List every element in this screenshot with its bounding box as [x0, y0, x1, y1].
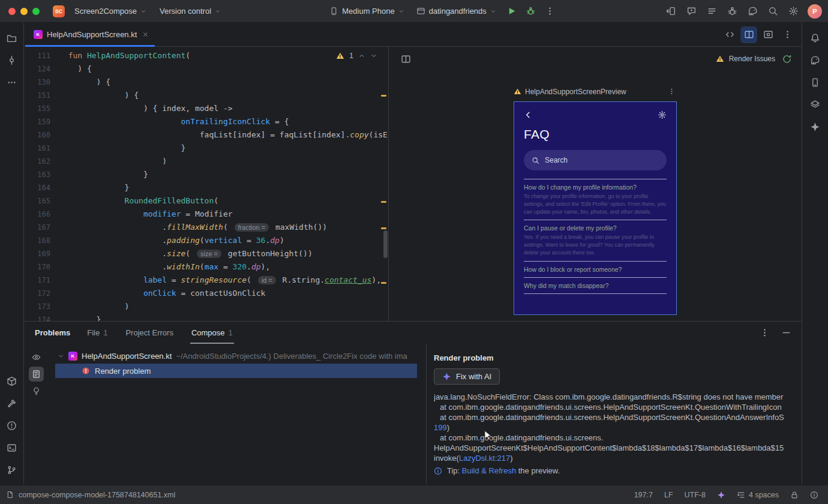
build-icon[interactable]	[4, 395, 20, 412]
notifications-icon[interactable]	[807, 29, 824, 46]
design-view-icon[interactable]	[760, 26, 776, 43]
code-line[interactable]: 166modifier = Modifier	[24, 208, 388, 221]
line-separator[interactable]: LF	[664, 491, 673, 499]
code-line[interactable]: 151) {	[24, 89, 388, 102]
code-line[interactable]: 172onClick = contactUsOnClick	[24, 287, 388, 300]
debug-button[interactable]	[523, 3, 539, 20]
line-number[interactable]: 164	[24, 181, 59, 194]
gradle-sync-icon[interactable]	[744, 3, 761, 20]
code-line[interactable]: 174}	[24, 313, 388, 321]
inspection-status-icon[interactable]	[810, 491, 818, 499]
problems-options-icon[interactable]	[756, 325, 773, 341]
version-control-icon[interactable]	[4, 461, 20, 478]
problems-icon[interactable]	[4, 417, 20, 434]
line-number[interactable]: 163	[24, 168, 59, 181]
code-line[interactable]: 167.fillMaxWidth( fraction = maxWidth())	[24, 221, 388, 234]
problems-tab-file[interactable]: File1	[86, 322, 109, 344]
gradle-icon[interactable]	[807, 52, 824, 68]
preview-layout-icon[interactable]	[397, 50, 414, 67]
next-problem-icon[interactable]	[370, 52, 377, 59]
dependencies-icon[interactable]	[4, 373, 20, 389]
code-line[interactable]: 111fun HelpAndSupportContent(	[24, 49, 388, 62]
line-number[interactable]: 172	[24, 287, 59, 300]
zoom-window-button[interactable]	[32, 8, 40, 15]
layers-icon[interactable]	[807, 96, 824, 113]
render-issues-label[interactable]: Render Issues	[729, 55, 775, 63]
code-line[interactable]: 165RoundedFilledButton(	[24, 194, 388, 208]
code-line[interactable]: 163}	[24, 168, 388, 181]
problems-tab-project-errors[interactable]: Project Errors	[124, 322, 174, 344]
project-icon[interactable]	[4, 29, 20, 46]
code-line[interactable]: 159onTrailingIconClick = {	[24, 115, 388, 128]
profiler-icon[interactable]	[724, 3, 740, 20]
preview-options-ic[interactable]	[667, 86, 677, 97]
run-configuration-selector[interactable]: datingandfriends	[412, 4, 501, 18]
code-line[interactable]: 170.widthIn(max = 320.dp),	[24, 260, 388, 274]
stack-link[interactable]: 199	[434, 423, 447, 432]
stack-link[interactable]: LazyDsl.kt:217	[459, 454, 510, 463]
search-icon[interactable]	[764, 3, 781, 20]
line-number[interactable]: 162	[24, 155, 59, 168]
code-line[interactable]: 161}	[24, 142, 388, 155]
device-mirror-icon[interactable]	[662, 3, 679, 20]
more-run-options-icon[interactable]	[542, 3, 559, 20]
problems-tab-compose[interactable]: Compose1	[190, 322, 234, 344]
code-line[interactable]: 171label = stringResource( id = R.string…	[24, 274, 388, 287]
code-line[interactable]: 168.padding(vertical = 36.dp)	[24, 234, 388, 247]
render-problem-row[interactable]: Render problem	[55, 364, 417, 378]
code-line[interactable]: 169.size( size = getButtonHeight())	[24, 247, 388, 260]
line-number[interactable]: 167	[24, 221, 59, 234]
project-selector[interactable]: Screen2Compose	[70, 4, 151, 18]
build-refresh-link[interactable]: Build & Refresh	[462, 466, 516, 475]
statusbar-file[interactable]: compose-compose-model-1758748140651.xml	[6, 491, 175, 499]
caret-position[interactable]: 197:7	[634, 491, 653, 499]
line-number[interactable]: 171	[24, 274, 59, 287]
close-window-button[interactable]	[8, 8, 16, 15]
line-number[interactable]: 165	[24, 194, 59, 208]
task-list-icon[interactable]	[703, 3, 720, 20]
fix-with-ai-button[interactable]: Fix with AI	[434, 368, 500, 385]
line-number[interactable]: 111	[24, 49, 59, 62]
ai-status-icon[interactable]	[717, 491, 725, 499]
gemini-icon[interactable]	[807, 118, 824, 135]
preview-eye-icon[interactable]	[29, 350, 44, 365]
line-number[interactable]: 166	[24, 208, 59, 221]
split-view-icon[interactable]	[740, 26, 757, 43]
avatar[interactable]: P	[808, 4, 822, 19]
code-editor[interactable]: 111fun HelpAndSupportContent(124) {130) …	[24, 47, 389, 321]
settings-icon[interactable]	[785, 3, 802, 20]
line-number[interactable]: 168	[24, 234, 59, 247]
minimize-window-button[interactable]	[20, 8, 28, 15]
close-tab-icon[interactable]	[141, 30, 150, 39]
code-view-icon[interactable]	[721, 26, 738, 43]
device-selector[interactable]: Medium Phone	[325, 4, 409, 18]
code-line[interactable]: 173)	[24, 300, 388, 313]
editor-tab[interactable]: K HelpAndSupportScreen.kt	[24, 23, 156, 46]
preview-card[interactable]: HelpAndSupportScreenPreview FAQ Search	[514, 86, 677, 315]
code-line[interactable]: 162)	[24, 155, 388, 168]
editor-options-icon[interactable]	[779, 26, 796, 43]
readonly-lock-icon[interactable]	[790, 491, 799, 499]
previous-problem-icon[interactable]	[358, 52, 365, 59]
editor-scrollbar[interactable]	[383, 230, 388, 258]
line-number[interactable]: 160	[24, 128, 59, 142]
line-number[interactable]: 155	[24, 102, 59, 115]
line-number[interactable]: 159	[24, 115, 59, 128]
build-refresh-icon[interactable]	[780, 52, 793, 65]
line-number[interactable]: 151	[24, 89, 59, 102]
line-number[interactable]: 130	[24, 76, 59, 89]
device-manager-icon[interactable]	[807, 74, 824, 91]
vcs-widget[interactable]: Version control	[155, 4, 226, 18]
line-number[interactable]: 161	[24, 142, 59, 155]
code-line[interactable]: 124) {	[24, 62, 388, 76]
code-line[interactable]: 155) { index, model ->	[24, 102, 388, 115]
hide-panel-icon[interactable]	[778, 325, 794, 341]
line-number[interactable]: 174	[24, 313, 59, 321]
indent-setting[interactable]: 4 spaces	[737, 491, 779, 499]
line-number[interactable]: 169	[24, 247, 59, 260]
more-tool-windows-icon[interactable]	[4, 74, 20, 91]
quick-fix-bulb-icon[interactable]	[29, 383, 44, 398]
file-encoding[interactable]: UTF-8	[685, 491, 706, 499]
commit-icon[interactable]	[4, 52, 20, 68]
ai-assistant-icon[interactable]	[683, 3, 700, 20]
